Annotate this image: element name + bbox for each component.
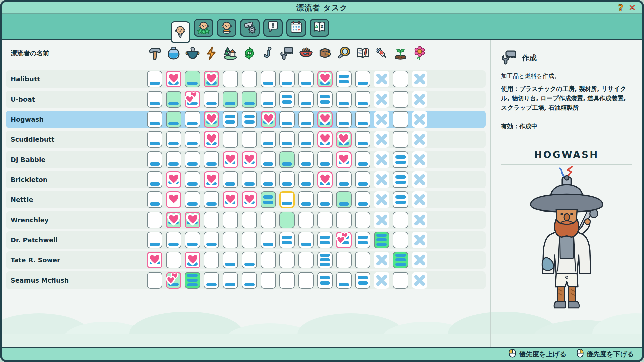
task-cell[interactable]	[317, 272, 333, 289]
task-cell[interactable]	[393, 272, 408, 289]
task-cell[interactable]	[374, 212, 389, 228]
task-cell[interactable]	[355, 191, 370, 208]
tab-schedule[interactable]	[286, 19, 306, 37]
task-cell[interactable]	[393, 91, 408, 108]
task-cell[interactable]	[147, 212, 162, 228]
column-header-cooking-pot-icon[interactable]	[183, 46, 202, 61]
task-cell[interactable]	[279, 252, 295, 268]
task-cell[interactable]	[412, 151, 427, 168]
task-cell[interactable]	[336, 232, 352, 248]
help-icon[interactable]: ?	[618, 3, 624, 12]
task-cell[interactable]	[241, 131, 257, 148]
task-cell[interactable]	[241, 71, 257, 87]
drifter-row-nettie[interactable]: Nettie	[6, 191, 486, 208]
task-cell[interactable]	[185, 91, 200, 108]
task-cell[interactable]	[279, 71, 295, 87]
column-header-sprout-icon[interactable]	[391, 46, 410, 61]
task-cell[interactable]	[336, 111, 352, 128]
task-cell[interactable]	[336, 131, 352, 148]
task-cell[interactable]	[279, 272, 295, 289]
task-cell[interactable]	[355, 151, 370, 168]
task-cell[interactable]	[147, 191, 162, 208]
task-cell[interactable]	[393, 252, 408, 268]
task-cell[interactable]	[374, 131, 389, 148]
task-cell[interactable]	[147, 232, 162, 248]
task-cell[interactable]	[261, 71, 276, 87]
task-cell[interactable]	[147, 252, 162, 268]
task-cell[interactable]	[185, 252, 200, 268]
task-cell[interactable]	[279, 91, 295, 108]
task-cell[interactable]	[185, 171, 200, 188]
task-cell[interactable]	[279, 131, 295, 148]
task-cell[interactable]	[223, 272, 238, 289]
task-cell[interactable]	[241, 272, 257, 289]
task-cell[interactable]	[204, 71, 219, 87]
column-header-hook-icon[interactable]	[259, 46, 277, 61]
tab-alerts[interactable]	[263, 19, 283, 37]
task-cell[interactable]	[317, 191, 333, 208]
task-cell[interactable]	[412, 131, 427, 148]
task-cell[interactable]	[166, 151, 181, 168]
column-header-book-icon[interactable]	[353, 46, 372, 61]
task-cell[interactable]	[336, 191, 352, 208]
task-cell[interactable]	[336, 91, 352, 108]
task-cell[interactable]	[412, 171, 427, 188]
task-cell[interactable]	[279, 171, 295, 188]
task-cell[interactable]	[241, 252, 257, 268]
task-cell[interactable]	[166, 131, 181, 148]
task-cell[interactable]	[355, 272, 370, 289]
task-cell[interactable]	[374, 252, 389, 268]
column-header-pet-bowl-icon[interactable]	[297, 46, 315, 61]
task-cell[interactable]	[241, 171, 257, 188]
task-cell[interactable]	[393, 212, 408, 228]
task-cell[interactable]	[336, 252, 352, 268]
task-cell[interactable]	[317, 212, 333, 228]
task-cell[interactable]	[223, 151, 238, 168]
task-cell[interactable]	[204, 191, 219, 208]
task-cell[interactable]	[298, 272, 314, 289]
task-cell[interactable]	[317, 91, 333, 108]
task-cell[interactable]	[223, 131, 238, 148]
task-cell[interactable]	[355, 131, 370, 148]
task-cell[interactable]	[223, 91, 238, 108]
task-cell[interactable]	[185, 131, 200, 148]
task-cell[interactable]	[412, 232, 427, 248]
task-cell[interactable]	[412, 111, 427, 128]
close-icon[interactable]: ✕	[629, 3, 636, 12]
task-cell[interactable]	[185, 71, 200, 87]
raise-priority-button[interactable]: 優先度を上げる	[509, 349, 566, 359]
task-cell[interactable]	[374, 151, 389, 168]
drifter-row-tate-r-sower[interactable]: Tate R. Sower	[6, 251, 486, 269]
task-cell[interactable]	[317, 131, 333, 148]
task-cell[interactable]	[336, 212, 352, 228]
task-cell[interactable]	[204, 252, 219, 268]
task-cell[interactable]	[393, 171, 408, 188]
task-cell[interactable]	[298, 171, 314, 188]
task-cell[interactable]	[279, 232, 295, 248]
task-cell[interactable]	[147, 131, 162, 148]
task-cell[interactable]	[279, 212, 295, 228]
tab-drifter-tasks[interactable]	[171, 21, 190, 43]
drifter-row-wrenchley[interactable]: Wrenchley	[6, 211, 486, 229]
task-cell[interactable]	[223, 191, 238, 208]
task-cell[interactable]	[374, 111, 389, 128]
task-cell[interactable]	[204, 131, 219, 148]
task-cell[interactable]	[204, 272, 219, 289]
task-cell[interactable]	[166, 71, 181, 87]
drifter-row-hogwash[interactable]: Hogwash	[6, 111, 486, 128]
tab-dictionary[interactable]: AZ	[310, 19, 329, 37]
task-cell[interactable]	[147, 71, 162, 87]
task-cell[interactable]	[355, 212, 370, 228]
drifter-row-dr-patchwell[interactable]: Dr. Patchwell	[6, 231, 486, 249]
task-cell[interactable]	[185, 191, 200, 208]
task-cell[interactable]	[166, 191, 181, 208]
task-cell[interactable]	[355, 91, 370, 108]
task-cell[interactable]	[412, 191, 427, 208]
task-cell[interactable]	[336, 272, 352, 289]
task-cell[interactable]	[374, 91, 389, 108]
task-cell[interactable]	[393, 151, 408, 168]
task-cell[interactable]	[374, 171, 389, 188]
task-cell[interactable]	[166, 212, 181, 228]
task-cell[interactable]	[204, 212, 219, 228]
task-cell[interactable]	[298, 232, 314, 248]
